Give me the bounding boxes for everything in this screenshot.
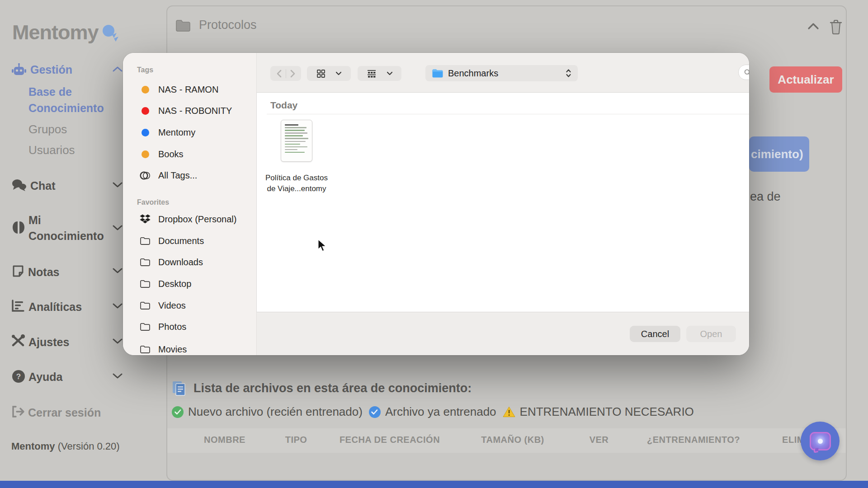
- dialog-toolbar: Benchmarks: [256, 53, 749, 93]
- app-version-suffix: (Versión 0.20): [55, 441, 120, 452]
- card-title: Protocolos: [199, 18, 257, 32]
- app-version: Mentomy (Versión 0.20): [11, 441, 120, 452]
- svg-text:?: ?: [16, 372, 21, 381]
- favorite-item[interactable]: Documents: [139, 234, 204, 248]
- group-divider: [267, 114, 749, 114]
- cancel-button[interactable]: Cancel: [630, 326, 680, 342]
- col-tipo: TIPO: [285, 435, 307, 445]
- favorite-item-dropbox[interactable]: Dropbox (Personal): [139, 212, 236, 226]
- app-logo: Mentomy: [12, 21, 119, 44]
- grid-view-icon: [316, 69, 326, 78]
- tag-item[interactable]: NAS - RAMON: [139, 82, 218, 97]
- col-tamano: TAMAÑO (KB): [481, 435, 544, 445]
- sidebar-item-ajustes[interactable]: Ajustes: [28, 336, 69, 349]
- mouse-cursor: [316, 239, 327, 252]
- favorite-item[interactable]: Desktop: [139, 277, 191, 291]
- tag-item[interactable]: Books: [139, 147, 184, 161]
- folder-icon: [139, 345, 151, 354]
- dialog-main: Benchmarks Today: [256, 53, 749, 355]
- training-legend: Nuevo archivo (recién entrenado) Archivo…: [172, 405, 694, 419]
- favorites-header: Favorites: [137, 198, 169, 206]
- tag-item[interactable]: Mentomy: [139, 125, 195, 140]
- col-ver: VER: [590, 435, 609, 445]
- sidebar-item-grupos[interactable]: Grupos: [28, 122, 67, 136]
- screen: Mentomy Gestión Base de Conocimiento Gru…: [0, 0, 868, 488]
- files-heading: Lista de archivos en esta área de conoci…: [171, 380, 472, 396]
- search-field[interactable]: [738, 65, 749, 80]
- brain-icon: [12, 221, 25, 235]
- sidebar-item-cerrar-sesion[interactable]: Cerrar sesión: [28, 406, 101, 419]
- updown-chevron-icon: [566, 69, 571, 78]
- view-grid-button[interactable]: [307, 66, 351, 81]
- sidebar-item-gestion[interactable]: Gestión: [30, 63, 72, 76]
- app-version-name: Mentomy: [11, 441, 55, 452]
- actualizar-button[interactable]: Actualizar: [769, 66, 842, 93]
- view-group-button[interactable]: [358, 66, 401, 81]
- folder-icon: [139, 322, 151, 331]
- tag-item[interactable]: NAS - ROBONITY: [139, 103, 232, 118]
- dialog-file-area: Today: [256, 93, 749, 312]
- partial-blue-button[interactable]: cimiento): [749, 136, 809, 172]
- legend-trained: Archivo ya entrenado: [385, 405, 496, 419]
- chevron-down-icon[interactable]: [112, 267, 123, 274]
- file-item[interactable]: Política de Gastos de Viaje...entomy: [257, 120, 336, 194]
- tools-icon: [11, 334, 25, 347]
- sidebar-item-base-de-conocimiento[interactable]: Base de Conocimiento: [28, 84, 108, 116]
- document-thumbnail-icon: [281, 120, 312, 162]
- open-button[interactable]: Open: [686, 326, 736, 342]
- help-icon: ?: [12, 370, 25, 383]
- file-name: Política de Gastos de Viaje...entomy: [257, 173, 336, 194]
- app-logo-text: Mentomy: [12, 21, 99, 44]
- folder-icon: [175, 19, 191, 32]
- collapse-chevron-icon[interactable]: [807, 23, 819, 30]
- favorite-item[interactable]: Photos: [139, 319, 186, 334]
- chevron-down-icon[interactable]: [112, 225, 123, 231]
- trash-icon[interactable]: [829, 19, 843, 34]
- file-open-dialog: Tags NAS - RAMON NAS - ROBONITY Mentomy …: [123, 53, 749, 355]
- location-dropdown[interactable]: Benchmarks: [425, 65, 578, 81]
- chevron-down-icon: [335, 71, 342, 75]
- sidebar-item-mi-conocimiento[interactable]: Mi Conocimiento: [28, 212, 103, 244]
- chevron-down-icon[interactable]: [112, 338, 123, 344]
- tag-color-dot: [142, 129, 149, 136]
- favorite-item[interactable]: Movies: [139, 342, 187, 355]
- sidebar-item-usuarios[interactable]: Usuarios: [28, 143, 75, 157]
- chevron-up-icon[interactable]: [112, 66, 123, 72]
- robot-icon: [11, 63, 27, 76]
- chat-icon: [11, 179, 27, 192]
- documents-icon: [171, 380, 187, 396]
- sidebar-item-ayuda[interactable]: Ayuda: [28, 371, 62, 384]
- check-blue-icon: [369, 406, 381, 418]
- sidebar-item-analiticas[interactable]: Analíticas: [28, 300, 82, 314]
- dialog-sidebar: Tags NAS - RAMON NAS - ROBONITY Mentomy …: [123, 53, 256, 355]
- sidebar-item-notas[interactable]: Notas: [28, 266, 59, 279]
- tag-color-dot: [142, 107, 149, 115]
- chevron-down-icon[interactable]: [112, 373, 123, 379]
- favorite-item[interactable]: Videos: [139, 298, 186, 313]
- forward-icon[interactable]: [286, 70, 299, 78]
- logo-bubble-icon: [100, 23, 119, 42]
- folder-icon: [139, 258, 151, 267]
- card-header: Protocolos: [175, 18, 257, 32]
- all-tags-icon: [139, 171, 151, 180]
- chevron-down-icon[interactable]: [112, 303, 123, 309]
- group-view-icon: [367, 70, 377, 78]
- folder-icon: [139, 301, 151, 310]
- chat-widget-button[interactable]: [801, 422, 840, 460]
- chevron-down-icon: [387, 71, 393, 75]
- favorite-item[interactable]: Downloads: [139, 255, 203, 269]
- bottom-blue-bar: [0, 481, 868, 488]
- back-icon[interactable]: [273, 70, 286, 78]
- note-icon: [12, 265, 24, 277]
- sidebar-item-chat[interactable]: Chat: [30, 179, 56, 192]
- folder-blue-icon: [432, 69, 443, 78]
- col-fecha: FECHA DE CREACIÓN: [340, 435, 440, 445]
- chevron-down-icon[interactable]: [112, 182, 123, 188]
- tag-color-dot: [142, 86, 149, 94]
- logout-icon: [11, 405, 25, 418]
- search-icon: [744, 69, 749, 76]
- tag-item-all-tags[interactable]: All Tags...: [139, 168, 197, 183]
- dropbox-icon: [139, 214, 151, 225]
- nav-back-forward: [270, 66, 301, 81]
- tag-color-dot: [142, 150, 149, 158]
